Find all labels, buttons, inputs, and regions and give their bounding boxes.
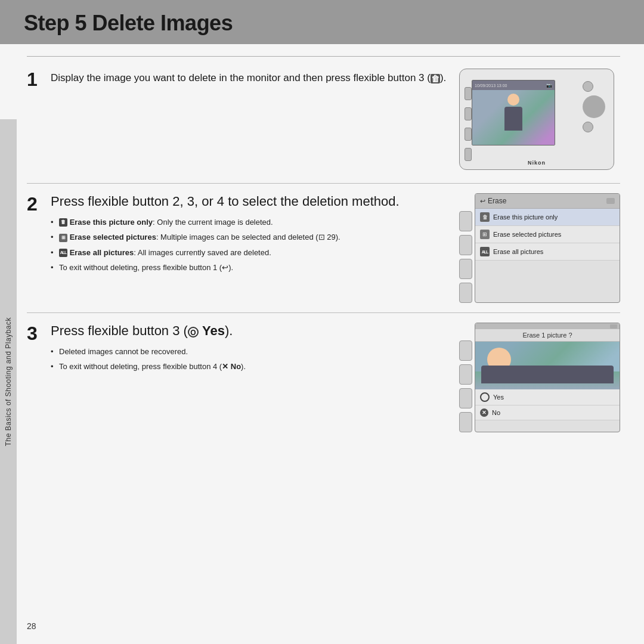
menu-label-erase-this: Erase this picture only	[493, 213, 558, 221]
top-divider	[27, 56, 620, 57]
bullet-erase-all: ALL Erase all pictures: All images curre…	[51, 247, 450, 259]
section-divider-2	[27, 312, 620, 313]
cam-right-btn-1	[583, 81, 593, 92]
cam-side-btn-4	[465, 148, 472, 161]
bullet-erase-selected-bold: Erase selected pictures	[70, 233, 156, 242]
step2-section: 2 Press flexible button 2, 3, or 4 to se…	[27, 193, 620, 303]
camera-side-buttons	[465, 87, 472, 161]
bullet-exit-step2: To exit without deleting, press flexible…	[51, 262, 450, 274]
step3-section: 3 Press flexible button 3 (O Yes). Delet…	[27, 323, 620, 432]
step3-image: Erase 1 picture ? Yes ✕ No	[459, 323, 620, 432]
menu-back-icon: ↩	[480, 197, 485, 205]
step2-number: 2	[27, 194, 45, 213]
camera-screen-image	[472, 90, 555, 145]
camera-diagram: 10/09/2013 13:00 📷	[459, 69, 614, 170]
step3-question: Erase 1 picture ?	[475, 329, 620, 342]
step3-side-btn-2	[459, 364, 472, 385]
bullet-no-recovery: Deleted images cannot be recovered.	[51, 346, 450, 358]
step3-preview-image	[475, 342, 620, 389]
all-icon: ALL	[59, 249, 67, 257]
menu-icon-grid: ⊞	[480, 230, 490, 239]
menu-screen-container: ↩ Erase 🗑 Erase this picture only ⊞ Eras…	[459, 193, 620, 303]
menu-row-erase-selected: ⊞ Erase selected pictures	[475, 226, 620, 243]
nikon-logo: Nikon	[528, 160, 546, 166]
page-header: Step 5 Delete Images	[0, 0, 644, 44]
step3-no-label: No	[492, 409, 500, 416]
step2-bullets: 🗑 Erase this picture only: Only the curr…	[51, 216, 450, 274]
step3-no-row: ✕ No	[475, 405, 620, 420]
return-icon: ↩	[222, 263, 228, 272]
step3-number: 3	[27, 324, 45, 343]
bullet-erase-selected: ⊞ Erase selected pictures: Multiple imag…	[51, 231, 450, 243]
step3-screen-topbar	[475, 323, 620, 329]
page-title: Step 5 Delete Images	[24, 11, 620, 36]
menu-label-erase-selected: Erase selected pictures	[493, 231, 561, 238]
bullet-erase-all-bold: Erase all pictures	[70, 248, 134, 257]
main-content: 1 Display the image you want to delete i…	[0, 44, 644, 444]
menu-icon-trash: 🗑	[480, 212, 490, 222]
step3-yes-row: Yes	[475, 389, 620, 405]
person-body	[504, 107, 522, 131]
step3-yes-label: Yes	[493, 394, 504, 401]
step3-bullets: Deleted images cannot be recovered. To e…	[51, 346, 450, 373]
step3-screen-container: Erase 1 picture ? Yes ✕ No	[459, 323, 620, 432]
menu-row-erase-all: ALL Erase all pictures	[475, 243, 620, 261]
yes-symbol: O	[188, 327, 199, 338]
person-silhouette	[499, 94, 528, 141]
step2-heading: Press flexible button 2, 3, or 4 to sele…	[51, 193, 450, 210]
cam-side-btn-1	[465, 87, 472, 100]
cam-side-btn-3	[465, 128, 472, 141]
step3-screen: Erase 1 picture ? Yes ✕ No	[475, 323, 620, 432]
cam-right-btn-2	[583, 122, 593, 132]
menu-label-erase-all: Erase all pictures	[493, 248, 543, 255]
step3-text-block: Press flexible button 3 (O Yes). Deleted…	[51, 323, 450, 376]
menu-title: Erase	[488, 197, 506, 205]
trash-icon: 🗑	[59, 218, 67, 227]
camera-right-buttons	[583, 81, 605, 132]
step3-corner-icon	[610, 324, 617, 329]
step3-side-btn-3	[459, 388, 472, 408]
section-divider-1	[27, 183, 620, 184]
step3-side-btn-4	[459, 412, 472, 432]
step1-number: 1	[27, 70, 45, 89]
menu-screen: ↩ Erase 🗑 Erase this picture only ⊞ Eras…	[475, 193, 620, 303]
cam-dpad	[583, 95, 605, 118]
step2-menu-image: ↩ Erase 🗑 Erase this picture only ⊞ Eras…	[459, 193, 620, 303]
menu-side-btn-1	[459, 211, 472, 231]
yes-label: Yes	[202, 323, 225, 338]
person-head	[507, 94, 519, 106]
menu-side-btn-3	[459, 259, 472, 279]
menu-title-bar: ↩ Erase	[475, 194, 620, 209]
step3-heading: Press flexible button 3 (O Yes).	[51, 323, 450, 340]
bullet-erase-this-bold: Erase this picture only	[70, 218, 153, 227]
camera-screen: 10/09/2013 13:00 📷	[472, 80, 555, 145]
no-symbol: ✕ No	[222, 362, 241, 371]
step2-text-block: Press flexible button 2, 3, or 4 to sele…	[51, 193, 450, 277]
yes-circle-icon	[480, 392, 490, 402]
grid-icon: ⊞	[59, 234, 67, 242]
sidebar-label: The Basics of Shooting and Playback	[0, 119, 17, 644]
step3-side-btn-1	[459, 340, 472, 361]
menu-side-btn-2	[459, 235, 472, 255]
menu-icon-all: ALL	[480, 247, 490, 256]
menu-side-buttons	[459, 193, 472, 303]
menu-row-erase-this: 🗑 Erase this picture only	[475, 209, 620, 226]
menu-side-btn-4	[459, 283, 472, 303]
step1-text: Display the image you want to delete in …	[51, 71, 450, 86]
page-number: 28	[27, 621, 36, 631]
camera-screen-header: 10/09/2013 13:00 📷	[472, 80, 555, 90]
bullet-erase-this: 🗑 Erase this picture only: Only the curr…	[51, 216, 450, 228]
step1-section: 1 Display the image you want to delete i…	[27, 69, 620, 170]
step1-camera-image: 10/09/2013 13:00 📷	[459, 69, 620, 170]
menu-corner-icon	[606, 198, 615, 204]
bullet-exit-step3: To exit without deleting, press flexible…	[51, 361, 450, 373]
step3-side-buttons	[459, 323, 472, 432]
cam-side-btn-2	[465, 107, 472, 120]
no-x-icon: ✕	[480, 408, 488, 417]
